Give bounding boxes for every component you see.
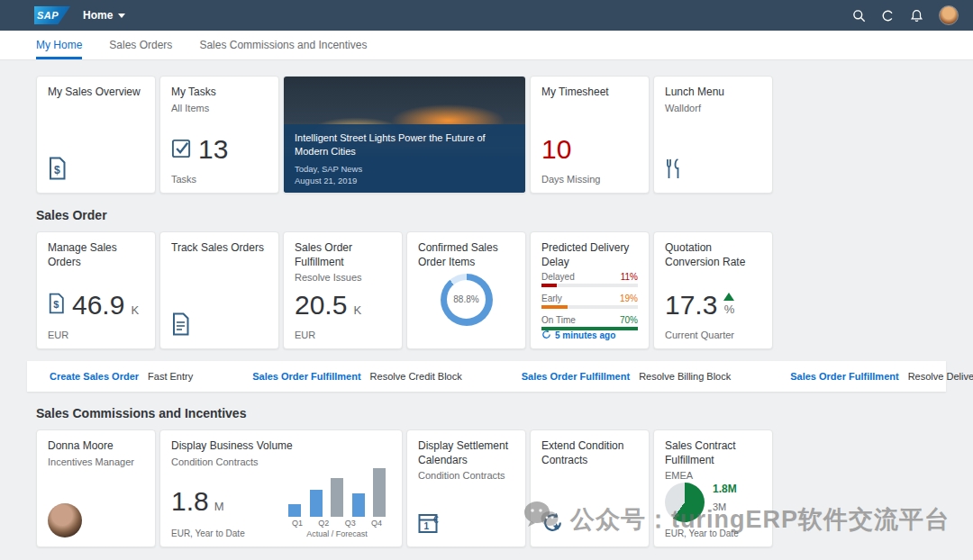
- tile-subtitle: Condition Contracts: [418, 470, 514, 481]
- tile-display-settlement-calendars[interactable]: Display Settlement Calendars Condition C…: [406, 429, 526, 547]
- delay-value: 70%: [620, 315, 638, 325]
- chevron-down-icon: [118, 14, 125, 18]
- fulfillment-kpi: 20.5 K: [295, 292, 361, 319]
- news-meta: Today, SAP News August 21, 2019: [295, 163, 514, 188]
- sales-order-tile-group: Manage Sales Orders $ 46.9 K EUR Track S…: [36, 231, 973, 349]
- tile-donna-moore[interactable]: Donna Moore Incentives Manager: [36, 429, 156, 547]
- tile-title: My Timesheet: [541, 86, 638, 100]
- manage-value: 46.9: [72, 292, 124, 319]
- tile-my-tasks[interactable]: My Tasks All Items 13 Tasks: [159, 76, 279, 194]
- link-subtitle: Resolve Delivery Block: [908, 371, 973, 382]
- category-label: Q1: [292, 519, 303, 528]
- bar: [352, 493, 365, 517]
- tile-footer: EUR, Year to Date: [171, 528, 245, 538]
- my-home-tile-group: My Sales Overview $ My Tasks All Items 1…: [36, 76, 973, 194]
- manage-kpi: $ 46.9 K: [48, 292, 139, 319]
- tile-title: Track Sales Orders: [171, 241, 268, 256]
- link-sales-order-fulfillment-delivery[interactable]: Sales Order Fulfillment: [790, 371, 898, 382]
- notifications-bell-icon[interactable]: [910, 9, 923, 23]
- tile-confirmed-sales-order-items[interactable]: Confirmed Sales Order Items 88.8%: [406, 231, 526, 349]
- shell-title: Home: [83, 9, 113, 22]
- anchor-navigation: My Home Sales Orders Sales Commissions a…: [0, 31, 973, 60]
- svg-text:1: 1: [424, 521, 430, 531]
- tile-footer: Current Quarter: [665, 330, 734, 340]
- svg-text:$: $: [53, 299, 59, 310]
- tile-title: Sales Order Fulfillment: [295, 241, 391, 269]
- shell-header: SAP Home: [0, 0, 973, 31]
- news-overlay: Intelligent Street Lights Power the Futu…: [284, 124, 525, 193]
- quotation-scale: %: [724, 303, 735, 316]
- fiori-launchpad: SAP Home My Home Sales Orders Sales Comm…: [0, 0, 973, 560]
- tab-sales-orders[interactable]: Sales Orders: [109, 31, 172, 59]
- bar: [373, 468, 386, 517]
- timesheet-count: 10: [541, 136, 571, 163]
- tile-quotation-conversion-rate[interactable]: Quotation Conversion Rate 17.3 % Current…: [653, 231, 773, 349]
- tile-title: Confirmed Sales Order Items: [418, 241, 514, 269]
- tile-title: Predicted Delivery Delay: [541, 241, 638, 269]
- link-create-sales-order[interactable]: Create Sales Order: [50, 371, 139, 382]
- link-subtitle: Fast Entry: [148, 371, 193, 382]
- quotation-value: 17.3: [665, 292, 717, 319]
- tile-subtitle: All Items: [171, 103, 268, 113]
- tile-extend-condition-contracts[interactable]: Extend Condition Contracts: [530, 429, 650, 547]
- tile-my-timesheet[interactable]: My Timesheet 10 Days Missing: [530, 76, 650, 194]
- trend-up-icon: [723, 293, 734, 301]
- sap-logo[interactable]: SAP: [34, 6, 70, 24]
- news-source: Today, SAP News: [295, 163, 514, 176]
- link-subtitle: Resolve Billing Block: [639, 371, 731, 382]
- category-label: Q2: [318, 519, 329, 528]
- tab-sales-commissions[interactable]: Sales Commissions and Incentives: [199, 31, 367, 59]
- tile-sales-order-fulfillment[interactable]: Sales Order Fulfillment Resolve Issues 2…: [283, 231, 403, 349]
- refresh-text: 5 minutes ago: [555, 330, 615, 340]
- tile-title: Lunch Menu: [665, 86, 761, 100]
- commissions-tile-group: Donna Moore Incentives Manager Display B…: [36, 429, 973, 547]
- tile-display-business-volume[interactable]: Display Business Volume Condition Contra…: [159, 429, 403, 547]
- link-group-resolve-credit-block: Sales Order Fulfillment Resolve Credit B…: [252, 371, 462, 382]
- bar: [331, 478, 343, 517]
- copilot-icon[interactable]: [881, 9, 895, 23]
- delay-row-on-time: On Time 70%: [541, 315, 638, 330]
- contract-target: 3M: [713, 501, 737, 512]
- contract-values: 1.8M 3M: [713, 483, 737, 512]
- bar: [310, 490, 323, 517]
- tile-manage-sales-orders[interactable]: Manage Sales Orders $ 46.9 K EUR: [36, 231, 156, 349]
- tile-footer: EUR: [295, 330, 315, 340]
- contract-kpi: 1.8M 3M: [665, 483, 737, 522]
- tile-subtitle: Walldorf: [665, 103, 761, 113]
- trend-indicator: %: [723, 293, 734, 316]
- volume-categories: Q1 Q2 Q3 Q4: [285, 519, 389, 528]
- tile-subtitle: Incentives Manager: [48, 456, 144, 467]
- link-group-create-sales-order: Create Sales Order Fast Entry: [50, 371, 193, 382]
- tasks-count: 13: [198, 136, 228, 163]
- refresh-status[interactable]: 5 minutes ago: [541, 330, 615, 341]
- tile-footer: EUR: [48, 330, 68, 340]
- fulfillment-value: 20.5: [295, 292, 347, 319]
- news-date: August 21, 2019: [295, 175, 514, 187]
- search-icon[interactable]: [852, 9, 866, 23]
- tile-my-sales-overview[interactable]: My Sales Overview $: [36, 76, 156, 194]
- tile-news[interactable]: Intelligent Street Lights Power the Futu…: [283, 76, 526, 194]
- tab-my-home[interactable]: My Home: [36, 31, 82, 59]
- tile-title: Sales Contract Fulfillment: [665, 439, 761, 467]
- tile-footer: EUR, Year to Date: [665, 528, 739, 538]
- section-header-commissions: Sales Commissions and Incentives: [36, 406, 973, 420]
- meal-icon: [665, 158, 683, 184]
- link-sales-order-fulfillment-credit[interactable]: Sales Order Fulfillment: [252, 371, 360, 382]
- sales-document-list-icon: [171, 312, 191, 339]
- tile-sales-contract-fulfillment[interactable]: Sales Contract Fulfillment EMEA 1.8M 3M …: [653, 429, 773, 547]
- category-label: Q4: [371, 519, 382, 528]
- tile-predicted-delivery-delay[interactable]: Predicted Delivery Delay Delayed 11% Ear…: [530, 231, 650, 349]
- delay-value: 19%: [620, 294, 638, 303]
- link-sales-order-fulfillment-billing[interactable]: Sales Order Fulfillment: [522, 371, 630, 382]
- category-label: Q3: [345, 519, 356, 528]
- timesheet-kpi: 10: [541, 136, 571, 163]
- tile-title: Display Settlement Calendars: [418, 439, 514, 467]
- confirmed-donut-label: 88.8%: [447, 280, 486, 319]
- tasks-kpi: 13: [171, 136, 228, 163]
- home-title-menu[interactable]: Home: [83, 9, 125, 22]
- user-avatar[interactable]: [939, 5, 959, 25]
- quick-links-strip: Create Sales Order Fast Entry Sales Orde…: [27, 361, 946, 392]
- task-checkbox-icon: [171, 138, 192, 162]
- tile-lunch-menu[interactable]: Lunch Menu Walldorf: [653, 76, 773, 194]
- tile-track-sales-orders[interactable]: Track Sales Orders: [159, 231, 279, 349]
